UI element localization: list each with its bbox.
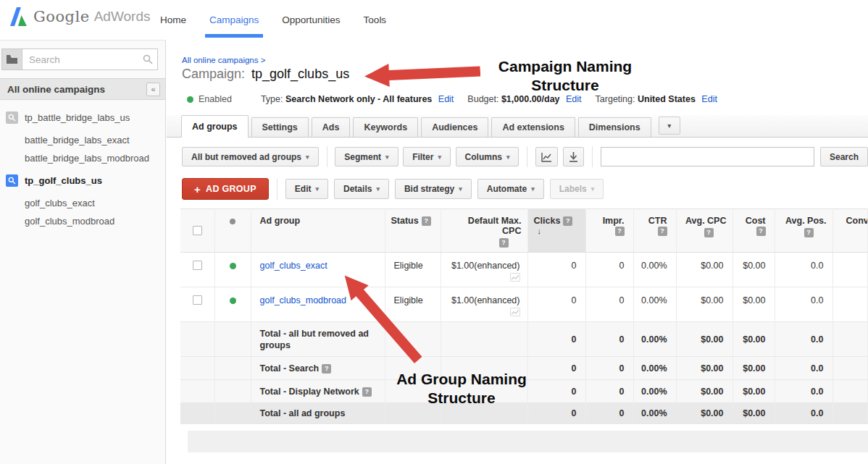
tab-settings[interactable]: Settings <box>251 117 309 137</box>
segment-label: Segment <box>344 152 381 162</box>
cost-value: $0.00 <box>733 380 775 403</box>
chart-button[interactable] <box>535 147 558 166</box>
action-divider <box>277 179 277 200</box>
tree-campaign-golf-clubs[interactable]: tp_golf_clubs_us <box>0 172 165 190</box>
columns-dropdown[interactable]: Columns ▾ <box>456 147 519 166</box>
col-clicks[interactable]: Clicks?↓ <box>527 209 585 253</box>
col-default-max-cpc[interactable]: Default Max. CPC ? <box>441 209 527 253</box>
tab-ads[interactable]: Ads <box>312 117 351 137</box>
ctr-value: 0.00% <box>633 357 676 380</box>
help-icon[interactable]: ? <box>804 228 814 237</box>
help-icon[interactable]: ? <box>615 227 625 236</box>
col-conversions[interactable]: Conve <box>832 209 868 253</box>
logo-google-text: Google <box>33 8 90 25</box>
table-search-input[interactable] <box>601 147 814 166</box>
campaign-magnifier-icon <box>6 111 18 124</box>
tab-dimensions[interactable]: Dimensions <box>578 117 651 137</box>
type-edit-link[interactable]: Edit <box>438 94 454 104</box>
col-ctr[interactable]: CTR? <box>633 209 676 253</box>
col-impr[interactable]: Impr.? <box>585 209 633 253</box>
bid-strategy-label: Bid strategy <box>404 184 454 194</box>
tab-ad-extensions[interactable]: Ad extensions <box>491 117 575 137</box>
edit-label: Edit <box>295 184 312 194</box>
tab-audiences[interactable]: Audiences <box>421 117 488 137</box>
tab-ad-groups[interactable]: Ad groups <box>181 115 249 138</box>
campaign-tree: tp_battle_bridge_labs_us battle_bridge_l… <box>0 100 165 230</box>
chevron-down-icon: ▾ <box>316 185 320 193</box>
adwords-logo[interactable]: Google AdWords <box>10 7 150 26</box>
search-button-label: Search <box>830 152 859 162</box>
nav-tools[interactable]: Tools <box>352 0 398 40</box>
col-avg-pos[interactable]: Avg. Pos. ? <box>775 209 832 253</box>
adwords-page: Google AdWords Home Campaigns Opportunit… <box>0 0 868 464</box>
view-filter-dropdown[interactable]: All but removed ad groups ▾ <box>182 147 319 166</box>
tab-overflow-button[interactable]: ▾ <box>659 117 680 135</box>
adwords-a-icon <box>10 7 28 26</box>
help-icon[interactable]: ? <box>499 238 509 248</box>
labels-dropdown[interactable]: Labels ▾ <box>550 179 604 199</box>
table-search-button[interactable]: Search <box>820 147 868 166</box>
folder-icon <box>7 55 17 64</box>
bid-chart-icon[interactable] <box>510 308 520 316</box>
folder-button[interactable] <box>1 48 22 70</box>
search-icon[interactable] <box>143 54 153 64</box>
add-ad-group-button[interactable]: + AD GROUP <box>182 178 269 200</box>
filter-dropdown[interactable]: Filter ▾ <box>403 147 451 166</box>
tree-adgroup-golf-clubs-exact[interactable]: golf_clubs_exact <box>0 194 165 212</box>
help-icon[interactable]: ? <box>563 216 572 226</box>
tree-adgroup-battle-bridge-exact[interactable]: battle_bridge_labs_exact <box>0 131 165 149</box>
tree-adgroup-battle-bridge-modbroad[interactable]: battle_bridge_labs_modbroad <box>0 149 165 167</box>
bid-strategy-dropdown[interactable]: Bid strategy ▾ <box>395 179 472 199</box>
nav-home[interactable]: Home <box>149 0 198 40</box>
row-checkbox[interactable] <box>193 261 202 270</box>
sidebar-collapse-button[interactable]: « <box>146 83 160 96</box>
col-ad-group[interactable]: Ad group <box>251 209 385 253</box>
edit-dropdown[interactable]: Edit ▾ <box>285 179 328 199</box>
impr-value: 0 <box>585 380 633 403</box>
col-conversions-label: Conve <box>846 216 868 226</box>
avg-pos-value: 0.0 <box>775 253 832 287</box>
help-icon[interactable]: ? <box>322 364 331 374</box>
col-cost[interactable]: Cost? <box>733 209 775 253</box>
max-cpc-cell: $1.00(enhanced) <box>441 287 527 322</box>
segment-dropdown[interactable]: Segment ▾ <box>335 147 398 166</box>
nav-opportunities[interactable]: Opportunities <box>270 0 351 40</box>
tab-keywords[interactable]: Keywords <box>353 117 418 137</box>
sidebar-search-input[interactable] <box>22 48 158 70</box>
cost-value: $0.00 <box>733 253 775 287</box>
col-ctr-label: CTR <box>648 216 667 226</box>
enabled-status-icon[interactable] <box>230 263 236 269</box>
annotation-line: Ad Group Naming <box>367 370 556 389</box>
bid-chart-icon[interactable] <box>510 273 520 282</box>
targeting-edit-link[interactable]: Edit <box>701 94 717 104</box>
breadcrumb-all-campaigns-link[interactable]: All online campaigns <box>182 56 258 64</box>
col-max-cpc-label: Default Max. CPC <box>468 216 522 236</box>
ad-group-link[interactable]: golf_clubs_modbroad <box>260 295 347 305</box>
nav-campaigns[interactable]: Campaigns <box>198 0 270 40</box>
help-icon[interactable]: ? <box>756 227 766 236</box>
avg-cpc-value: $0.00 <box>676 287 733 322</box>
download-button[interactable] <box>563 147 584 166</box>
help-icon[interactable]: ? <box>704 228 714 237</box>
enabled-status-text[interactable]: Enabled <box>199 94 232 104</box>
col-status[interactable]: Status? <box>385 209 441 253</box>
details-dropdown[interactable]: Details ▾ <box>334 179 389 199</box>
col-cost-label: Cost <box>746 216 766 226</box>
row-checkbox[interactable] <box>193 295 202 305</box>
enabled-status-icon[interactable] <box>230 298 236 304</box>
max-cpc-cell: $1.00(enhanced) <box>441 253 527 287</box>
help-icon[interactable]: ? <box>422 216 431 226</box>
tree-adgroup-golf-clubs-modbroad[interactable]: golf_clubs_modbroad <box>0 212 165 230</box>
tree-item-label: tp_golf_clubs_us <box>25 175 102 186</box>
automate-dropdown[interactable]: Automate ▾ <box>477 179 544 199</box>
col-avg-cpc[interactable]: Avg. CPC ? <box>676 209 733 253</box>
tree-campaign-battle-bridge[interactable]: tp_battle_bridge_labs_us <box>0 109 165 127</box>
total-label: Total - all ad groups <box>251 403 385 424</box>
campaign-name: tp_golf_clubs_us <box>251 67 349 81</box>
budget-edit-link[interactable]: Edit <box>566 94 582 104</box>
budget-value: $1,000.00/day <box>501 94 560 104</box>
select-all-checkbox[interactable] <box>193 226 202 235</box>
ad-group-link[interactable]: golf_clubs_exact <box>260 261 327 271</box>
help-icon[interactable]: ? <box>658 227 667 236</box>
avg-pos-value: 0.0 <box>775 357 832 380</box>
